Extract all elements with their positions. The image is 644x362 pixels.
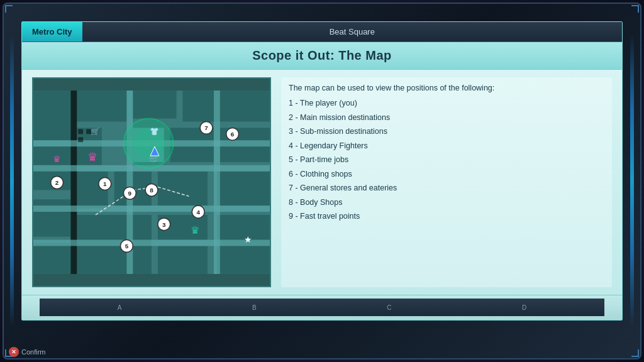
corner-decoration-tl bbox=[5, 5, 13, 13]
side-accent-left bbox=[10, 35, 14, 327]
outer-frame: Metro City Beat Square Scope it Out: The… bbox=[3, 3, 641, 359]
svg-rect-4 bbox=[33, 243, 70, 273]
svg-rect-23 bbox=[214, 90, 220, 274]
map-panel: 1 2 3 4 5 6 bbox=[32, 77, 271, 287]
info-item-2: 2 - Main mission destinations bbox=[289, 111, 604, 125]
svg-rect-9 bbox=[133, 90, 176, 119]
confirm-bar: ✕ Confirm bbox=[9, 347, 46, 357]
svg-rect-59 bbox=[78, 129, 83, 134]
svg-rect-3 bbox=[33, 199, 70, 236]
info-intro: The map can be used to view the position… bbox=[289, 84, 604, 92]
info-item-3: 3 - Sub-mission destinations bbox=[289, 124, 604, 139]
info-item-9: 9 - Fast travel points bbox=[289, 209, 604, 224]
title-area: Scope it Out: The Map bbox=[22, 42, 622, 70]
svg-text:4: 4 bbox=[196, 209, 200, 216]
side-accent-right bbox=[630, 35, 634, 327]
svg-text:♛: ♛ bbox=[53, 154, 61, 164]
svg-rect-20 bbox=[158, 246, 208, 274]
page-title: Scope it Out: The Map bbox=[252, 48, 392, 63]
info-list: 1 - The player (you) 2 - Main mission de… bbox=[289, 96, 604, 224]
info-item-8: 8 - Body Shops bbox=[289, 195, 604, 210]
svg-text:9: 9 bbox=[128, 190, 132, 197]
svg-rect-16 bbox=[217, 172, 270, 206]
svg-rect-15 bbox=[158, 172, 208, 206]
location-label: Metro City bbox=[32, 27, 72, 36]
info-item-4: 4 - Legendary Fighters bbox=[289, 139, 604, 153]
svg-text:1: 1 bbox=[103, 180, 107, 187]
svg-rect-60 bbox=[86, 129, 91, 134]
svg-text:3: 3 bbox=[162, 221, 166, 228]
control-sections: A B C D bbox=[52, 304, 592, 311]
map-svg: 1 2 3 4 5 6 bbox=[33, 79, 270, 286]
svg-text:8: 8 bbox=[150, 187, 153, 194]
svg-text:♛: ♛ bbox=[191, 225, 199, 236]
corner-decoration-tr bbox=[631, 5, 639, 13]
confirm-label: Confirm bbox=[21, 348, 46, 356]
main-screen: Metro City Beat Square Scope it Out: The… bbox=[21, 21, 623, 321]
content-area: 1 2 3 4 5 6 bbox=[22, 70, 622, 295]
svg-rect-5 bbox=[77, 90, 126, 121]
section-b: B bbox=[252, 304, 257, 311]
sublocation-label: Beat Square bbox=[330, 27, 375, 36]
svg-rect-61 bbox=[78, 137, 83, 142]
svg-text:♛: ♛ bbox=[87, 151, 97, 163]
info-item-1: 1 - The player (you) bbox=[289, 96, 604, 111]
svg-text:7: 7 bbox=[204, 124, 208, 131]
section-d: D bbox=[522, 304, 526, 311]
svg-rect-26 bbox=[33, 206, 270, 212]
svg-text:👕: 👕 bbox=[150, 127, 159, 136]
location-tab: Metro City bbox=[22, 22, 82, 41]
section-a: A bbox=[118, 304, 122, 311]
section-c: C bbox=[387, 304, 391, 311]
info-item-7: 7 - General stores and eateries bbox=[289, 181, 604, 195]
svg-rect-1 bbox=[33, 90, 70, 140]
info-item-5: 5 - Part-time jobs bbox=[289, 153, 604, 167]
svg-text:2: 2 bbox=[55, 179, 59, 186]
svg-rect-10 bbox=[182, 90, 270, 121]
svg-rect-27 bbox=[33, 240, 270, 246]
svg-text:🛒: 🛒 bbox=[91, 127, 100, 136]
top-bar: Metro City Beat Square bbox=[22, 22, 622, 42]
info-item-6: 6 - Clothing shops bbox=[289, 167, 604, 182]
sublocation-tab: Beat Square bbox=[330, 27, 375, 36]
control-bar: A B C D bbox=[40, 299, 604, 316]
confirm-icon[interactable]: ✕ bbox=[9, 347, 19, 357]
svg-text:5: 5 bbox=[125, 243, 129, 250]
info-panel: The map can be used to view the position… bbox=[281, 77, 612, 287]
corner-decoration-br bbox=[631, 349, 639, 357]
svg-text:6: 6 bbox=[231, 131, 235, 138]
svg-text:★: ★ bbox=[244, 234, 252, 244]
svg-rect-21 bbox=[70, 90, 77, 274]
